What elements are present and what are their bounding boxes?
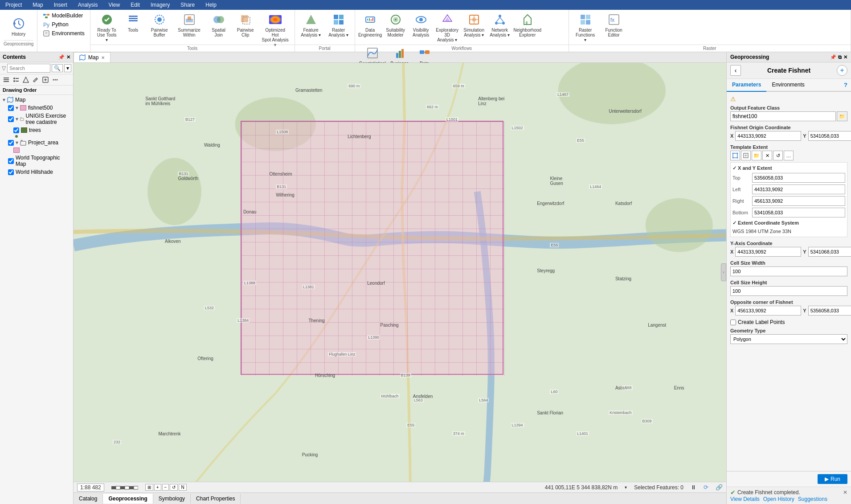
tab-catalog[interactable]: Catalog bbox=[74, 494, 103, 504]
right-input[interactable] bbox=[752, 196, 845, 206]
menu-map[interactable]: Map bbox=[31, 1, 45, 9]
tab-chart-properties[interactable]: Chart Properties bbox=[191, 494, 241, 504]
history-button[interactable]: History bbox=[10, 16, 28, 37]
output-feature-class-browse-btn[interactable]: 📁 bbox=[837, 111, 847, 121]
extent-clear-btn[interactable]: ✕ bbox=[762, 151, 772, 160]
python-button[interactable]: Py Python bbox=[41, 20, 70, 29]
contents-close-icon[interactable]: ✕ bbox=[66, 54, 70, 60]
geometry-type-select[interactable]: Polygon Polyline bbox=[730, 334, 847, 344]
menu-analysis[interactable]: Analysis bbox=[76, 1, 100, 9]
map-tab-close[interactable]: ✕ bbox=[101, 55, 105, 60]
map-expand-icon[interactable]: ▾ bbox=[3, 97, 5, 103]
top-input[interactable] bbox=[752, 173, 845, 183]
pairwise-buffer-button[interactable]: PairwiseBuffer bbox=[147, 12, 172, 38]
layer-more-btn[interactable] bbox=[51, 75, 60, 84]
geo-close-icon[interactable]: ✕ bbox=[843, 54, 847, 60]
output-feature-class-input[interactable]: fishnet100 bbox=[730, 111, 836, 121]
cell-width-input[interactable] bbox=[730, 266, 847, 276]
menu-insert[interactable]: Insert bbox=[52, 1, 69, 9]
menu-edit[interactable]: Edit bbox=[129, 1, 142, 9]
map-rotate[interactable]: ↺ bbox=[170, 484, 178, 491]
data-engineering-button[interactable]: DataEngineering bbox=[359, 12, 382, 38]
layer-item-fishnet500[interactable]: ▾ fishnet500 bbox=[5, 104, 73, 112]
layer-item-world-hillshade[interactable]: World Hillshade bbox=[5, 168, 73, 176]
create-label-points-checkbox[interactable] bbox=[730, 320, 736, 325]
layer-item-project-area[interactable]: ▾ Project_area bbox=[5, 139, 73, 147]
geo-undock-icon[interactable]: ⧉ bbox=[838, 54, 842, 60]
tab-environments[interactable]: Environments bbox=[766, 79, 810, 92]
tab-symbology[interactable]: Symbology bbox=[153, 494, 191, 504]
menu-imagery[interactable]: Imagery bbox=[149, 1, 172, 9]
extent-refresh-btn[interactable]: ↺ bbox=[773, 151, 783, 160]
menu-help[interactable]: Help bbox=[204, 1, 218, 9]
extent-more-btn[interactable]: … bbox=[784, 151, 794, 160]
cell-height-input[interactable] bbox=[730, 286, 847, 296]
fishnet-origin-y-input[interactable] bbox=[808, 131, 851, 141]
neighborhood-explorer-button[interactable]: NeighborhoodExplorer bbox=[514, 12, 541, 38]
extent-folder-btn[interactable]: 📁 bbox=[752, 151, 761, 160]
ready-to-use-tools-button[interactable]: Ready ToUse Tools ▾ bbox=[94, 12, 120, 43]
layer-item-world-topo[interactable]: World Topographic Map bbox=[5, 154, 73, 168]
map-collapse-btn[interactable]: › bbox=[721, 263, 726, 281]
project-area-checkbox[interactable] bbox=[8, 140, 14, 146]
simulation-analysis-button[interactable]: SimulationAnalysis ▾ bbox=[462, 12, 486, 38]
left-input[interactable] bbox=[752, 184, 845, 194]
layer-edit-btn[interactable] bbox=[31, 75, 40, 84]
map-zoom-in[interactable]: + bbox=[154, 484, 161, 491]
bottom-input[interactable] bbox=[752, 208, 845, 217]
raster-analysis-button[interactable]: RasterAnalysis ▾ bbox=[326, 12, 351, 38]
contents-pin-icon[interactable]: 📌 bbox=[58, 54, 65, 60]
raster-functions-button[interactable]: RasterFunctions ▾ bbox=[573, 12, 598, 43]
world-topo-checkbox[interactable] bbox=[8, 158, 14, 164]
geo-back-btn[interactable]: ‹ bbox=[730, 65, 741, 76]
list-by-drawing-order-btn[interactable] bbox=[2, 75, 11, 84]
geo-status-close-icon[interactable]: ✕ bbox=[843, 489, 847, 496]
map-zoom-out[interactable]: − bbox=[162, 484, 169, 491]
menu-view[interactable]: View bbox=[106, 1, 122, 9]
extent-draw-btn[interactable] bbox=[730, 151, 740, 160]
feature-analysis-button[interactable]: FeatureAnalysis ▾ bbox=[299, 12, 323, 38]
network-analysis-button[interactable]: NetworkAnalysis ▾ bbox=[488, 12, 512, 38]
menu-share[interactable]: Share bbox=[179, 1, 196, 9]
layer-add-btn[interactable] bbox=[41, 75, 50, 84]
extent-zoom-btn[interactable] bbox=[741, 151, 751, 160]
modelbuilder-button[interactable]: ModelBuilder bbox=[41, 12, 85, 20]
function-editor-button[interactable]: fx FunctionEditor bbox=[601, 12, 627, 38]
geo-pin-icon[interactable]: 📌 bbox=[830, 54, 836, 60]
contents-search-btn[interactable]: 🔍 bbox=[52, 64, 63, 72]
visibility-analysis-button[interactable]: VisibilityAnalysis bbox=[409, 12, 433, 38]
y-axis-y-input[interactable] bbox=[808, 247, 851, 257]
contents-search-box[interactable] bbox=[7, 64, 50, 73]
list-by-snapping-btn[interactable] bbox=[21, 75, 30, 84]
tab-geoprocessing[interactable]: Geoprocessing bbox=[103, 494, 153, 504]
map-zoom-full[interactable]: ⊞ bbox=[145, 484, 153, 491]
layer-item-unigis-group[interactable]: ▾ UNIGIS Exercise tree cadastre bbox=[5, 112, 73, 126]
layer-item-map[interactable]: ▾ Map bbox=[0, 96, 73, 104]
search-input[interactable] bbox=[8, 66, 50, 71]
geo-help-icon[interactable]: ? bbox=[840, 79, 851, 91]
menu-project[interactable]: Project bbox=[4, 1, 24, 9]
unigis-expand-icon[interactable]: ▾ bbox=[16, 116, 18, 122]
pause-icon[interactable]: ⏸ bbox=[691, 484, 696, 491]
map-tab[interactable]: Map ✕ bbox=[74, 52, 110, 62]
summarize-within-button[interactable]: SummarizeWithin bbox=[175, 12, 204, 38]
environments-button[interactable]: Environments bbox=[41, 29, 86, 37]
opp-y-input[interactable] bbox=[808, 306, 851, 316]
contents-filter-icon[interactable]: ▽ bbox=[2, 65, 6, 71]
optimized-hotspot-button[interactable]: Optimized HotSpot Analysis ▾ bbox=[260, 12, 291, 48]
tools-button[interactable]: Tools bbox=[123, 12, 144, 33]
opp-x-input[interactable] bbox=[735, 306, 801, 316]
fishnet500-checkbox[interactable] bbox=[8, 105, 14, 111]
tab-parameters[interactable]: Parameters bbox=[727, 79, 766, 92]
fishnet500-expand-icon[interactable]: ▾ bbox=[16, 105, 18, 111]
unigis-checkbox[interactable] bbox=[8, 116, 14, 122]
pairwise-clip-button[interactable]: PairwiseClip bbox=[234, 12, 257, 38]
geo-add-btn[interactable]: + bbox=[837, 65, 847, 76]
exploratory-3d-button[interactable]: Exploratory3D Analysis ▾ bbox=[434, 12, 460, 43]
scale-selector[interactable]: 1:88 482 bbox=[77, 484, 104, 492]
list-by-source-btn[interactable] bbox=[12, 75, 20, 84]
pairwise-join-button[interactable]: SpatialJoin bbox=[206, 12, 231, 38]
trees-checkbox[interactable] bbox=[13, 127, 19, 133]
fishnet-origin-x-input[interactable] bbox=[735, 131, 801, 141]
run-button[interactable]: ▶ Run bbox=[818, 474, 847, 484]
